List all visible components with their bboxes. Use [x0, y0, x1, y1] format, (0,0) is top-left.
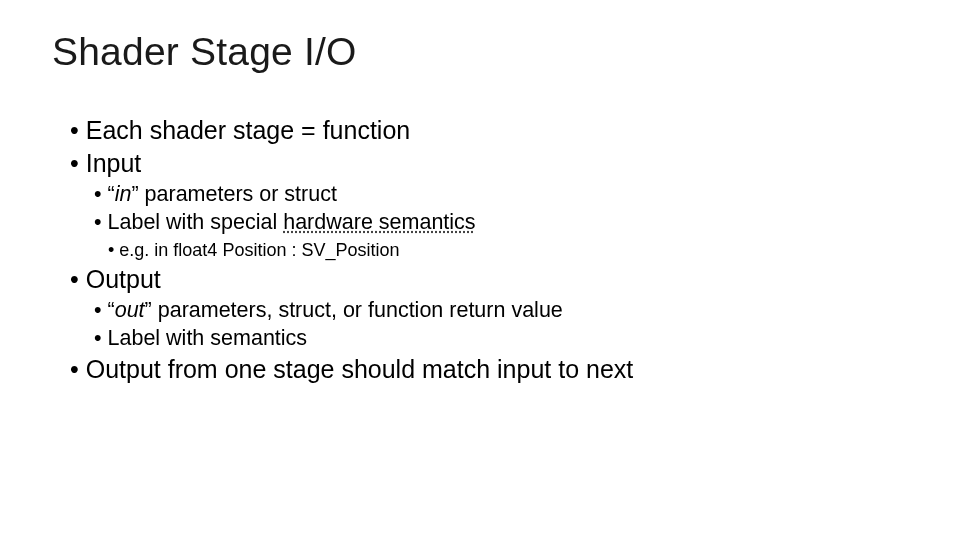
bullet-l1: Each shader stage = function: [70, 114, 912, 147]
text-underline: hardware semantics: [283, 210, 475, 234]
bullet-list-l2: “in” parameters or struct Label with spe…: [94, 180, 912, 237]
bullet-l2: Label with semantics: [94, 324, 912, 352]
bullet-list: Output from one stage should match input…: [70, 353, 912, 386]
slide-title: Shader Stage I/O: [52, 30, 912, 74]
bullet-list: Each shader stage = function Input: [70, 114, 912, 180]
bullet-l1: Input: [70, 147, 912, 180]
bullet-l3: e.g. in float4 Position : SV_Position: [108, 237, 912, 263]
bullet-l2: Label with special hardware semantics: [94, 208, 912, 236]
bullet-l1: Output: [70, 263, 912, 296]
bullet-l2: “in” parameters or struct: [94, 180, 912, 208]
bullet-list-l3: e.g. in float4 Position : SV_Position: [108, 237, 912, 263]
text-italic: in: [115, 182, 132, 206]
bullet-l2: “out” parameters, struct, or function re…: [94, 296, 912, 324]
text-italic: out: [115, 298, 145, 322]
text: ” parameters, struct, or function return…: [145, 298, 563, 322]
text: “: [108, 298, 115, 322]
bullet-list-l2: “out” parameters, struct, or function re…: [94, 296, 912, 353]
bullet-l1: Output from one stage should match input…: [70, 353, 912, 386]
slide: Shader Stage I/O Each shader stage = fun…: [0, 0, 960, 540]
text: ” parameters or struct: [131, 182, 337, 206]
bullet-list: Output: [70, 263, 912, 296]
text: Label with special: [108, 210, 284, 234]
text: “: [108, 182, 115, 206]
